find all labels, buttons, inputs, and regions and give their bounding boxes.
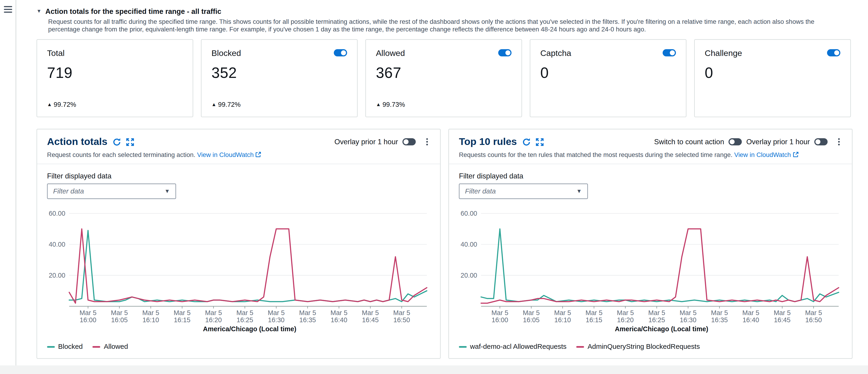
- filter-placeholder: Filter data: [53, 188, 84, 195]
- external-link-icon: [255, 151, 261, 158]
- svg-text:Mar 5: Mar 5: [142, 309, 159, 316]
- metric-card-total: Total 719 ▲ 99.72%: [37, 39, 193, 117]
- svg-text:Mar 5: Mar 5: [491, 309, 508, 316]
- svg-text:Mar 5: Mar 5: [586, 309, 602, 316]
- select-caret-icon: ▼: [576, 189, 582, 194]
- filter-displayed-data-label: Filter displayed data: [459, 172, 842, 180]
- overlay-prior-toggle[interactable]: [403, 138, 416, 145]
- overlay-prior-label: Overlay prior 1 hour: [335, 138, 398, 146]
- overlay-prior-toggle[interactable]: [814, 138, 828, 145]
- main-content: ▼ Action totals for the specified time r…: [17, 0, 868, 366]
- overlay-prior-label: Overlay prior 1 hour: [746, 138, 810, 146]
- svg-text:Mar 5: Mar 5: [205, 309, 222, 316]
- svg-text:16:15: 16:15: [174, 316, 190, 324]
- card-delta: ▲ 99.72%: [212, 101, 347, 108]
- legend-item-blocked-requests[interactable]: AdminQueryString BlockedRequests: [577, 343, 700, 350]
- svg-text:Mar 5: Mar 5: [648, 309, 665, 316]
- svg-text:Mar 5: Mar 5: [742, 309, 759, 316]
- svg-text:Mar 5: Mar 5: [680, 309, 696, 316]
- refresh-icon[interactable]: [522, 137, 531, 146]
- svg-text:16:25: 16:25: [648, 316, 665, 324]
- kebab-menu-icon[interactable]: [424, 137, 430, 146]
- action-totals-chart: 20.0040.0060.00Mar 516:00Mar 516:05Mar 5…: [47, 207, 430, 324]
- svg-text:Mar 5: Mar 5: [111, 309, 128, 316]
- series-color-swatch: [577, 346, 584, 347]
- svg-text:60.00: 60.00: [461, 210, 477, 217]
- metric-card-captcha: Captcha 0: [530, 39, 686, 117]
- svg-text:16:30: 16:30: [680, 316, 696, 324]
- legend-item-allowed[interactable]: Allowed: [93, 343, 128, 350]
- svg-text:16:45: 16:45: [774, 316, 790, 324]
- card-value: 719: [47, 65, 183, 82]
- svg-text:16:35: 16:35: [299, 316, 316, 324]
- svg-text:Mar 5: Mar 5: [80, 309, 96, 316]
- top-10-rules-chart: 20.0040.0060.00Mar 516:00Mar 516:05Mar 5…: [459, 207, 842, 324]
- challenge-visibility-toggle[interactable]: [827, 49, 840, 57]
- svg-text:16:50: 16:50: [805, 316, 822, 324]
- svg-text:60.00: 60.00: [49, 210, 65, 217]
- svg-text:Mar 5: Mar 5: [331, 309, 347, 316]
- svg-text:16:20: 16:20: [205, 316, 222, 324]
- summary-title: Action totals for the specified time ran…: [45, 7, 221, 15]
- panel-description: Request counts for each selected termina…: [47, 151, 430, 158]
- card-delta: ▲ 99.72%: [47, 101, 183, 108]
- waf-dashboard-page: ▼ Action totals for the specified time r…: [0, 0, 868, 374]
- legend-item-allowed-requests[interactable]: waf-demo-acl AllowedRequests: [459, 343, 567, 350]
- filter-placeholder: Filter data: [465, 188, 496, 195]
- top-10-rules-panel: Top 10 rules Switch to count action: [448, 129, 852, 359]
- series-color-swatch: [93, 346, 100, 347]
- expand-icon[interactable]: [126, 137, 134, 146]
- svg-text:16:45: 16:45: [362, 316, 379, 324]
- card-label: Captcha: [540, 48, 571, 58]
- svg-text:Mar 5: Mar 5: [393, 309, 410, 316]
- card-label: Blocked: [212, 48, 241, 58]
- chart-legend: waf-demo-acl AllowedRequests AdminQueryS…: [459, 343, 842, 350]
- switch-count-action-toggle[interactable]: [728, 138, 742, 145]
- filter-data-select[interactable]: Filter data ▼: [459, 183, 588, 199]
- svg-text:20.00: 20.00: [461, 272, 477, 279]
- svg-text:Mar 5: Mar 5: [362, 309, 379, 316]
- card-value: 0: [705, 65, 840, 82]
- chart-legend: Blocked Allowed: [47, 343, 430, 350]
- refresh-icon[interactable]: [113, 137, 121, 146]
- svg-text:16:10: 16:10: [142, 316, 159, 324]
- card-value: 0: [540, 65, 676, 82]
- card-label: Total: [47, 48, 65, 58]
- svg-text:16:00: 16:00: [492, 316, 508, 324]
- allowed-visibility-toggle[interactable]: [498, 49, 511, 57]
- kebab-menu-icon[interactable]: [836, 137, 842, 146]
- summary-description: Request counts for all traffic during th…: [48, 18, 826, 33]
- view-in-cloudwatch-link[interactable]: View in CloudWatch: [197, 151, 261, 158]
- expand-icon[interactable]: [535, 137, 544, 146]
- summary-section-header[interactable]: ▼ Action totals for the specified time r…: [37, 7, 851, 15]
- trend-up-icon: ▲: [212, 102, 216, 107]
- svg-text:16:30: 16:30: [268, 316, 285, 324]
- svg-text:40.00: 40.00: [461, 241, 477, 248]
- svg-text:Mar 5: Mar 5: [523, 309, 539, 316]
- card-value: 352: [212, 65, 347, 82]
- svg-text:Mar 5: Mar 5: [174, 309, 190, 316]
- card-value: 367: [376, 65, 512, 82]
- panel-title: Action totals: [47, 136, 107, 147]
- switch-count-action-label: Switch to count action: [654, 138, 724, 146]
- svg-text:16:10: 16:10: [554, 316, 571, 324]
- menu-hamburger-icon[interactable]: [4, 6, 12, 14]
- svg-text:Mar 5: Mar 5: [774, 309, 791, 316]
- card-label: Allowed: [376, 48, 405, 58]
- legend-item-blocked[interactable]: Blocked: [47, 343, 83, 350]
- action-totals-panel: Action totals Overlay prior 1 hour: [37, 129, 441, 359]
- view-in-cloudwatch-link[interactable]: View in CloudWatch: [734, 151, 799, 158]
- svg-text:16:05: 16:05: [523, 316, 539, 324]
- svg-text:Mar 5: Mar 5: [711, 309, 728, 316]
- svg-text:Mar 5: Mar 5: [299, 309, 316, 316]
- svg-text:Mar 5: Mar 5: [805, 309, 822, 316]
- captcha-visibility-toggle[interactable]: [663, 49, 676, 57]
- select-caret-icon: ▼: [164, 189, 170, 194]
- collapse-caret-icon[interactable]: ▼: [37, 9, 41, 14]
- chart-panels-row: Action totals Overlay prior 1 hour: [37, 129, 851, 359]
- svg-text:Mar 5: Mar 5: [617, 309, 634, 316]
- blocked-visibility-toggle[interactable]: [334, 49, 347, 57]
- filter-data-select[interactable]: Filter data ▼: [47, 183, 176, 199]
- series-color-swatch: [459, 346, 467, 347]
- trend-up-icon: ▲: [376, 102, 381, 107]
